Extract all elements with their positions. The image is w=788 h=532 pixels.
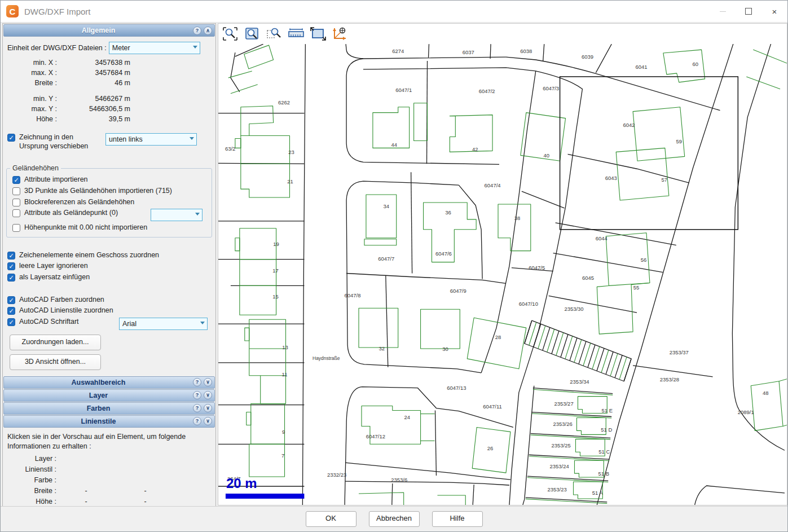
checkbox-row[interactable]: ✓AutoCAD SchriftartArial	[7, 318, 211, 330]
checkbox-row[interactable]: 3D Punkte als Geländehöhen importieren (…	[12, 187, 206, 196]
section-header-linienstile[interactable]: Linienstile?∨	[3, 415, 215, 428]
checkbox-unchecked-icon[interactable]	[12, 187, 20, 195]
help-icon[interactable]: ?	[193, 391, 201, 399]
parcel-label: 57	[662, 177, 668, 183]
section-title: Auswahlbereich	[4, 379, 193, 386]
window-title: DWG/DXF Import	[24, 7, 91, 16]
ok-button[interactable]: OK	[306, 511, 356, 527]
parcel-label: 2353/25	[552, 442, 571, 449]
checkbox-checked-icon[interactable]: ✓	[12, 176, 20, 184]
app-icon: C	[6, 5, 19, 17]
checkbox-checked-icon[interactable]: ✓	[7, 307, 15, 315]
help-icon[interactable]: ?	[193, 417, 201, 425]
parcel-label: 55	[633, 284, 640, 291]
chevron-up-icon[interactable]: ∧	[204, 27, 212, 35]
parcel-label: 17	[272, 267, 279, 274]
chevron-down-icon[interactable]: ∨	[204, 404, 212, 412]
stat-value: 5466267 m	[57, 95, 130, 103]
chevron-down-icon[interactable]: ∨	[204, 417, 212, 425]
parcel-label: 40	[543, 152, 549, 159]
terrain-heights-title: Geländehöhen	[10, 164, 61, 172]
origin-checkbox-row[interactable]: ✓ Zeichnung in den Ursprung verschieben …	[7, 133, 211, 151]
parcel-label: 2353/26	[553, 421, 572, 427]
info-label: Layer :	[3, 455, 56, 463]
hilfe-button[interactable]: Hilfe	[432, 511, 483, 527]
parcel-label: 6047/4	[485, 182, 501, 188]
stat-value: 3457638 m	[57, 59, 130, 67]
stat-label: max. Y :	[7, 105, 57, 113]
preview-toolbar	[218, 24, 787, 44]
checkbox-label: AutoCAD Schriftart	[19, 318, 79, 327]
parcel-label: 6047/9	[450, 288, 466, 294]
parcel-label: 34	[384, 203, 390, 209]
collapsed-sections: Auswahlbereich?∨Layer?∨Farben?∨Liniensti…	[3, 376, 215, 428]
cadastral-map[interactable]: 62746037603860396041606047/16047/2626244…	[218, 44, 787, 505]
stat-label: max. X :	[7, 69, 57, 77]
checkbox-checked-icon[interactable]: ✓	[7, 274, 15, 282]
checkbox-row[interactable]: ✓Attribute importieren	[12, 175, 206, 184]
section-header-auswahlbereich[interactable]: Auswahlbereich?∨	[3, 376, 215, 389]
origin-label: Zeichnung in den Ursprung verschieben	[19, 133, 104, 151]
checkbox-unchecked-icon[interactable]	[12, 209, 20, 217]
open-3d-view-button[interactable]: 3D Ansicht öffnen...	[10, 354, 101, 370]
stat-value: 46 m	[57, 79, 130, 87]
checkbox-row[interactable]: ✓AutoCAD Farben zuordnen	[7, 296, 211, 305]
origin-axes-icon[interactable]	[332, 26, 349, 42]
chevron-down-icon[interactable]: ∨	[204, 391, 212, 399]
inline-dropdown[interactable]	[151, 209, 202, 221]
checkbox-row[interactable]: ✓AutoCAD Linienstile zuordnen	[7, 306, 211, 315]
parcel-label: 6047/7	[378, 256, 394, 262]
unit-dropdown[interactable]: Meter	[109, 42, 200, 54]
checkbox-row[interactable]: Blockreferenzen als Geländehöhen	[12, 198, 206, 207]
info-row: Linienstil :	[3, 464, 215, 475]
parcel-label: 6039	[582, 54, 593, 60]
section-header-farben[interactable]: Farben?∨	[3, 402, 215, 415]
load-mappings-button[interactable]: Zuordnungen laden...	[10, 335, 101, 350]
import-selection-rectangle[interactable]	[560, 77, 738, 230]
dwg-dxf-import-dialog: C DWG/DXF Import × Allgemein ? ∧ Einheit…	[0, 0, 788, 532]
checkbox-label: Blockreferenzen als Geländehöhen	[24, 198, 134, 207]
origin-dropdown[interactable]: unten links	[105, 133, 197, 146]
checkbox-row[interactable]: ✓leere Layer ignorieren	[7, 262, 211, 271]
parcel-label: 44	[391, 142, 398, 148]
minimize-button[interactable]	[710, 1, 736, 22]
section-header-layer[interactable]: Layer?∨	[3, 389, 215, 402]
zoom-selection-icon[interactable]	[266, 26, 283, 42]
zoom-window-icon[interactable]	[244, 26, 261, 42]
checkbox-row[interactable]: Attribute als Geländepunkt (0)	[12, 209, 206, 221]
section-header-allgemein[interactable]: Allgemein ? ∧	[3, 24, 215, 37]
checkbox-unchecked-icon[interactable]	[12, 199, 20, 206]
help-icon[interactable]: ?	[193, 378, 201, 386]
checkbox-row[interactable]: ✓als Layersatz einfügen	[7, 273, 211, 282]
parcel-label: 6047/5	[529, 265, 545, 271]
close-button[interactable]: ×	[761, 1, 787, 22]
help-icon[interactable]: ?	[193, 404, 201, 412]
chevron-down-icon[interactable]: ∨	[204, 378, 212, 386]
checkbox-label: Attribute als Geländepunkt (0)	[24, 209, 118, 218]
zoom-fit-icon[interactable]	[222, 26, 239, 42]
parcel-label: 6047/2	[479, 88, 495, 94]
checkbox-row[interactable]: Höhenpunkte mit 0.00 nicht importieren	[12, 223, 206, 232]
inline-dropdown[interactable]: Arial	[119, 318, 208, 330]
parcel-label: Haydnstraße	[312, 355, 340, 361]
checkbox-checked-icon[interactable]: ✓	[7, 262, 15, 270]
parcel-label: 21	[287, 178, 293, 184]
map-canvas[interactable]: 62746037603860396041606047/16047/2626244…	[218, 44, 787, 505]
abbrechen-button[interactable]: Abbrechen	[369, 511, 420, 527]
checkbox-checked-icon[interactable]: ✓	[7, 296, 15, 304]
checkbox-row[interactable]: ✓Zeichenelemente einem Geschoss zuordnen	[7, 251, 211, 260]
select-area-icon[interactable]	[310, 26, 327, 42]
checkbox-unchecked-icon[interactable]	[12, 224, 20, 232]
checkbox-checked-icon[interactable]: ✓	[7, 318, 15, 326]
parcel-label: 2353/27	[554, 401, 573, 407]
maximize-button[interactable]	[736, 1, 761, 22]
help-icon[interactable]: ?	[193, 27, 201, 35]
chevron-down-icon	[190, 137, 194, 140]
checkbox-label: 3D Punkte als Geländehöhen importieren (…	[24, 187, 172, 196]
parcel-label: 2353/6	[391, 477, 407, 483]
scale-bar	[226, 494, 304, 499]
measure-ruler-icon[interactable]	[288, 26, 305, 42]
checkbox-checked-icon[interactable]: ✓	[7, 252, 15, 260]
checkbox-checked-icon[interactable]: ✓	[7, 134, 15, 142]
parcel-label: 2353/23	[548, 486, 567, 493]
